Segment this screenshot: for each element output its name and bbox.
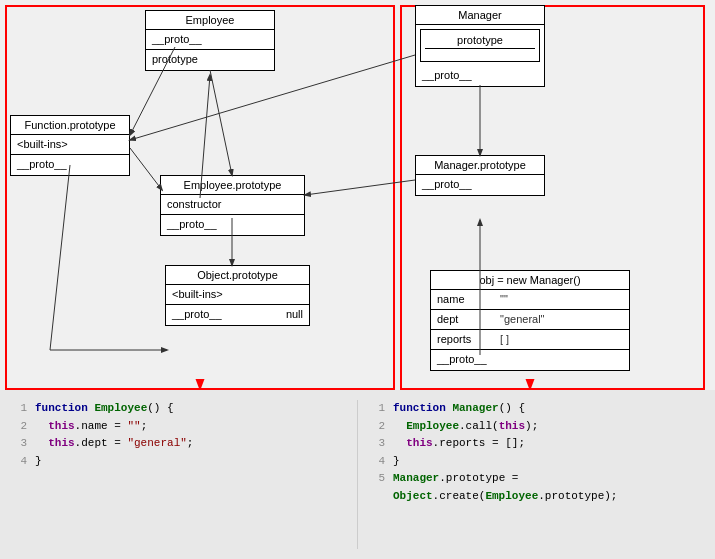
obj-dept-row: dept "general" [431, 310, 629, 330]
code-left-line4: 4 } [15, 453, 342, 471]
line-num: 3 [373, 435, 385, 453]
code-content: this.name = ""; [35, 418, 147, 436]
code-content: } [35, 453, 42, 471]
code-content: Manager.prototype = Object.create(Employ… [393, 470, 700, 505]
manager-proto-proto: __proto__ [416, 175, 544, 195]
employee-proto-box: Employee.prototype constructor __proto__ [160, 175, 305, 236]
line-num: 1 [373, 400, 385, 418]
obj-dept-key: dept [437, 313, 492, 326]
code-content: Employee.call(this); [393, 418, 538, 436]
manager-prototype-spacer [425, 49, 535, 59]
manager-title: Manager [416, 6, 544, 25]
employee-proto-title: Employee.prototype [161, 176, 304, 195]
object-proto-title: Object.prototype [166, 266, 309, 285]
object-proto-null: __proto__ null [166, 305, 309, 325]
obj-name-key: name [437, 293, 492, 306]
manager-proto-box: Manager.prototype __proto__ [415, 155, 545, 196]
manager-proto-title: Manager.prototype [416, 156, 544, 175]
manager-proto-field: __proto__ [416, 66, 544, 86]
employee-proto-field: __proto__ [146, 30, 274, 50]
function-proto-title: Function.prototype [11, 116, 129, 135]
code-right-line5: 5 Manager.prototype = Object.create(Empl… [373, 470, 700, 505]
code-content: } [393, 453, 400, 471]
code-left-line3: 3 this.dept = "general"; [15, 435, 342, 453]
employee-box: Employee __proto__ prototype [145, 10, 275, 71]
line-num: 3 [15, 435, 27, 453]
obj-reports-val: [ ] [500, 333, 509, 346]
line-num: 2 [373, 418, 385, 436]
code-content: this.dept = "general"; [35, 435, 193, 453]
code-area: 1 function Employee() { 2 this.name = ""… [0, 390, 715, 559]
obj-dept-val: "general" [500, 313, 545, 326]
employee-proto-constructor: constructor [161, 195, 304, 215]
line-num: 2 [15, 418, 27, 436]
line-num: 5 [373, 470, 385, 505]
obj-proto-key: __proto__ [437, 353, 492, 367]
object-proto-field: __proto__ [172, 308, 222, 322]
code-content: this.reports = []; [393, 435, 525, 453]
object-proto-box: Object.prototype <built-ins> __proto__ n… [165, 265, 310, 326]
manager-prototype-inner: prototype [420, 29, 540, 62]
object-proto-builtins: <built-ins> [166, 285, 309, 305]
line-num: 4 [373, 453, 385, 471]
obj-reports-row: reports [ ] [431, 330, 629, 350]
function-proto-proto: __proto__ [11, 155, 129, 175]
employee-prototype-field: prototype [146, 50, 274, 70]
diagram-area: Employee __proto__ prototype Function.pr… [0, 0, 715, 390]
code-right-line1: 1 function Manager() { [373, 400, 700, 418]
obj-name-val: "" [500, 293, 508, 306]
obj-box: obj = new Manager() name "" dept "genera… [430, 270, 630, 371]
employee-proto-proto2: __proto__ [161, 215, 304, 235]
code-left-line1: 1 function Employee() { [15, 400, 342, 418]
object-null-value: null [286, 308, 303, 322]
code-content: function Manager() { [393, 400, 525, 418]
code-right-line3: 3 this.reports = []; [373, 435, 700, 453]
code-panel-left: 1 function Employee() { 2 this.name = ""… [0, 390, 357, 559]
code-left-line2: 2 this.name = ""; [15, 418, 342, 436]
code-panel-right: 1 function Manager() { 2 Employee.call(t… [358, 390, 715, 559]
obj-title: obj = new Manager() [431, 271, 629, 290]
code-right-line2: 2 Employee.call(this); [373, 418, 700, 436]
obj-reports-key: reports [437, 333, 492, 346]
code-right-line4: 4 } [373, 453, 700, 471]
function-proto-box: Function.prototype <built-ins> __proto__ [10, 115, 130, 176]
obj-proto-row: __proto__ [431, 350, 629, 370]
manager-box: Manager prototype __proto__ [415, 5, 545, 87]
employee-title: Employee [146, 11, 274, 30]
manager-prototype-label: prototype [425, 32, 535, 49]
obj-name-row: name "" [431, 290, 629, 310]
line-num: 4 [15, 453, 27, 471]
function-proto-builtins: <built-ins> [11, 135, 129, 155]
code-content: function Employee() { [35, 400, 174, 418]
line-num: 1 [15, 400, 27, 418]
